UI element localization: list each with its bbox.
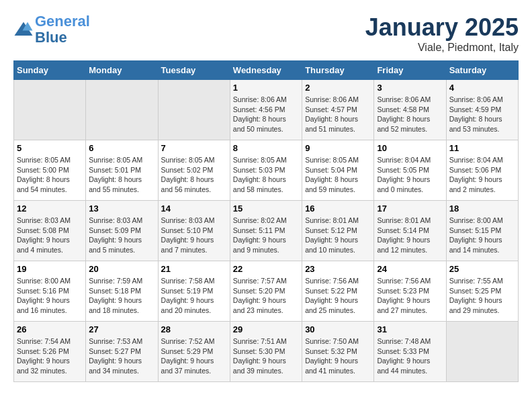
day-number: 26 <box>17 324 83 334</box>
header-saturday: Saturday <box>446 61 518 80</box>
calendar-cell: 17 Sunrise: 8:01 AMSunset: 5:14 PMDaylig… <box>374 201 446 261</box>
calendar-cell: 5 Sunrise: 8:05 AMSunset: 5:00 PMDayligh… <box>14 140 86 201</box>
header-monday: Monday <box>86 61 158 80</box>
header-thursday: Thursday <box>302 61 374 80</box>
day-info: Sunrise: 7:52 AMSunset: 5:29 PMDaylight:… <box>161 336 227 376</box>
day-number: 27 <box>89 324 154 334</box>
calendar-cell: 18 Sunrise: 8:00 AMSunset: 5:15 PMDaylig… <box>446 201 518 261</box>
week-row-2: 5 Sunrise: 8:05 AMSunset: 5:00 PMDayligh… <box>14 140 519 201</box>
day-info: Sunrise: 8:05 AMSunset: 5:01 PMDaylight:… <box>89 155 154 195</box>
week-row-5: 26 Sunrise: 7:54 AMSunset: 5:26 PMDaylig… <box>14 322 519 382</box>
day-info: Sunrise: 8:05 AMSunset: 5:04 PMDaylight:… <box>305 155 371 195</box>
day-number: 7 <box>161 143 227 153</box>
week-row-4: 19 Sunrise: 8:00 AMSunset: 5:16 PMDaylig… <box>14 261 519 322</box>
day-info: Sunrise: 7:59 AMSunset: 5:18 PMDaylight:… <box>89 276 154 316</box>
day-info: Sunrise: 8:06 AMSunset: 4:56 PMDaylight:… <box>233 95 299 134</box>
week-row-3: 12 Sunrise: 8:03 AMSunset: 5:08 PMDaylig… <box>14 201 519 261</box>
page-header: General Blue January 2025 Viale, Piedmon… <box>13 13 519 54</box>
day-info: Sunrise: 7:48 AMSunset: 5:33 PMDaylight:… <box>377 336 443 376</box>
day-number: 21 <box>161 264 227 274</box>
calendar-cell: 13 Sunrise: 8:03 AMSunset: 5:09 PMDaylig… <box>86 201 158 261</box>
day-number: 1 <box>233 83 299 93</box>
calendar-cell: 4 Sunrise: 8:06 AMSunset: 4:59 PMDayligh… <box>446 80 518 140</box>
calendar-table: Sunday Monday Tuesday Wednesday Thursday… <box>13 60 519 382</box>
calendar-cell <box>86 80 158 140</box>
day-number: 25 <box>449 264 515 274</box>
calendar-cell: 2 Sunrise: 8:06 AMSunset: 4:57 PMDayligh… <box>302 80 374 140</box>
calendar-cell: 19 Sunrise: 8:00 AMSunset: 5:16 PMDaylig… <box>14 261 86 322</box>
header-sunday: Sunday <box>14 61 86 80</box>
logo-text: General Blue <box>35 13 90 46</box>
calendar-subtitle: Viale, Piedmont, Italy <box>365 42 519 54</box>
day-number: 6 <box>89 143 154 153</box>
day-info: Sunrise: 8:05 AMSunset: 5:02 PMDaylight:… <box>161 155 227 195</box>
calendar-cell <box>158 80 230 140</box>
day-info: Sunrise: 8:06 AMSunset: 4:58 PMDaylight:… <box>377 95 443 134</box>
day-info: Sunrise: 7:58 AMSunset: 5:19 PMDaylight:… <box>161 276 227 316</box>
calendar-cell: 20 Sunrise: 7:59 AMSunset: 5:18 PMDaylig… <box>86 261 158 322</box>
day-number: 30 <box>305 324 371 334</box>
calendar-cell: 3 Sunrise: 8:06 AMSunset: 4:58 PMDayligh… <box>374 80 446 140</box>
calendar-cell: 16 Sunrise: 8:01 AMSunset: 5:12 PMDaylig… <box>302 201 374 261</box>
day-number: 10 <box>377 143 443 153</box>
calendar-cell: 24 Sunrise: 7:56 AMSunset: 5:23 PMDaylig… <box>374 261 446 322</box>
calendar-cell: 27 Sunrise: 7:53 AMSunset: 5:27 PMDaylig… <box>86 322 158 382</box>
calendar-cell: 10 Sunrise: 8:04 AMSunset: 5:05 PMDaylig… <box>374 140 446 201</box>
day-info: Sunrise: 8:03 AMSunset: 5:09 PMDaylight:… <box>89 216 154 255</box>
day-number: 18 <box>449 203 515 214</box>
day-number: 22 <box>233 264 299 274</box>
day-info: Sunrise: 8:02 AMSunset: 5:11 PMDaylight:… <box>233 216 299 255</box>
day-info: Sunrise: 8:01 AMSunset: 5:14 PMDaylight:… <box>377 216 443 255</box>
calendar-cell: 28 Sunrise: 7:52 AMSunset: 5:29 PMDaylig… <box>158 322 230 382</box>
day-info: Sunrise: 8:06 AMSunset: 4:57 PMDaylight:… <box>305 95 371 134</box>
day-number: 16 <box>305 203 371 214</box>
day-info: Sunrise: 7:53 AMSunset: 5:27 PMDaylight:… <box>89 336 154 376</box>
calendar-cell: 8 Sunrise: 8:05 AMSunset: 5:03 PMDayligh… <box>230 140 302 201</box>
calendar-cell: 9 Sunrise: 8:05 AMSunset: 5:04 PMDayligh… <box>302 140 374 201</box>
day-info: Sunrise: 7:54 AMSunset: 5:26 PMDaylight:… <box>17 336 83 376</box>
day-info: Sunrise: 8:06 AMSunset: 4:59 PMDaylight:… <box>449 95 515 134</box>
calendar-cell: 1 Sunrise: 8:06 AMSunset: 4:56 PMDayligh… <box>230 80 302 140</box>
day-info: Sunrise: 8:05 AMSunset: 5:03 PMDaylight:… <box>233 155 299 195</box>
calendar-cell: 7 Sunrise: 8:05 AMSunset: 5:02 PMDayligh… <box>158 140 230 201</box>
calendar-cell: 22 Sunrise: 7:57 AMSunset: 5:20 PMDaylig… <box>230 261 302 322</box>
day-info: Sunrise: 8:04 AMSunset: 5:06 PMDaylight:… <box>449 155 515 195</box>
logo: General Blue <box>13 13 90 46</box>
day-info: Sunrise: 8:03 AMSunset: 5:10 PMDaylight:… <box>161 216 227 255</box>
header-tuesday: Tuesday <box>158 61 230 80</box>
week-row-1: 1 Sunrise: 8:06 AMSunset: 4:56 PMDayligh… <box>14 80 519 140</box>
day-info: Sunrise: 7:50 AMSunset: 5:32 PMDaylight:… <box>305 336 371 376</box>
day-number: 23 <box>305 264 371 274</box>
day-number: 4 <box>449 83 515 93</box>
day-info: Sunrise: 8:00 AMSunset: 5:15 PMDaylight:… <box>449 216 515 255</box>
day-info: Sunrise: 7:56 AMSunset: 5:22 PMDaylight:… <box>305 276 371 316</box>
day-info: Sunrise: 7:57 AMSunset: 5:20 PMDaylight:… <box>233 276 299 316</box>
day-number: 13 <box>89 203 154 214</box>
calendar-cell: 29 Sunrise: 7:51 AMSunset: 5:30 PMDaylig… <box>230 322 302 382</box>
calendar-cell: 26 Sunrise: 7:54 AMSunset: 5:26 PMDaylig… <box>14 322 86 382</box>
day-number: 24 <box>377 264 443 274</box>
calendar-cell: 21 Sunrise: 7:58 AMSunset: 5:19 PMDaylig… <box>158 261 230 322</box>
calendar-cell: 11 Sunrise: 8:04 AMSunset: 5:06 PMDaylig… <box>446 140 518 201</box>
day-info: Sunrise: 7:55 AMSunset: 5:25 PMDaylight:… <box>449 276 515 316</box>
logo-icon <box>13 19 34 40</box>
day-info: Sunrise: 8:05 AMSunset: 5:00 PMDaylight:… <box>17 155 83 195</box>
day-number: 28 <box>161 324 227 334</box>
calendar-cell: 12 Sunrise: 8:03 AMSunset: 5:08 PMDaylig… <box>14 201 86 261</box>
header-friday: Friday <box>374 61 446 80</box>
day-number: 5 <box>17 143 83 153</box>
day-number: 8 <box>233 143 299 153</box>
title-section: January 2025 Viale, Piedmont, Italy <box>365 13 519 54</box>
calendar-cell: 30 Sunrise: 7:50 AMSunset: 5:32 PMDaylig… <box>302 322 374 382</box>
calendar-cell: 31 Sunrise: 7:48 AMSunset: 5:33 PMDaylig… <box>374 322 446 382</box>
day-number: 31 <box>377 324 443 334</box>
day-number: 17 <box>377 203 443 214</box>
calendar-cell: 6 Sunrise: 8:05 AMSunset: 5:01 PMDayligh… <box>86 140 158 201</box>
calendar-cell <box>446 322 518 382</box>
day-info: Sunrise: 8:04 AMSunset: 5:05 PMDaylight:… <box>377 155 443 195</box>
calendar-cell <box>14 80 86 140</box>
calendar-title: January 2025 <box>365 13 519 42</box>
day-number: 11 <box>449 143 515 153</box>
calendar-cell: 15 Sunrise: 8:02 AMSunset: 5:11 PMDaylig… <box>230 201 302 261</box>
day-info: Sunrise: 8:01 AMSunset: 5:12 PMDaylight:… <box>305 216 371 255</box>
